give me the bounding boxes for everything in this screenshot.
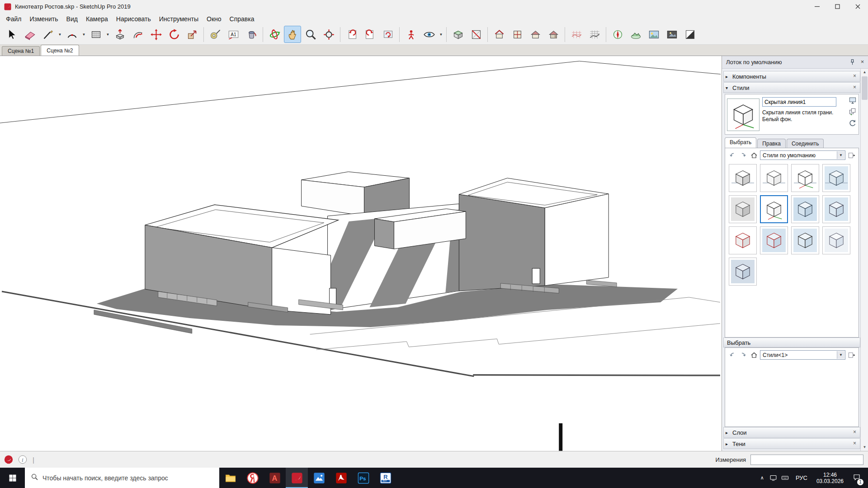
styles-forward-button[interactable]: [738, 150, 748, 160]
viewport-3d-canvas[interactable]: [0, 56, 722, 451]
section-layers-close-button[interactable]: ×: [851, 429, 858, 436]
secondary-details-button[interactable]: [847, 350, 856, 360]
remote-desktop-tray-icon[interactable]: [768, 468, 779, 488]
styles-tab-1[interactable]: Выбрать: [725, 137, 756, 148]
tool-eraser[interactable]: [21, 26, 38, 43]
model-viewport[interactable]: [0, 56, 722, 451]
tool-text[interactable]: A1: [225, 26, 242, 43]
tool-position-camera[interactable]: [402, 26, 420, 43]
taskbar-clock[interactable]: 12:46 03.03.2026: [812, 472, 848, 484]
menu-window[interactable]: Окно: [203, 14, 226, 24]
scroll-down-icon[interactable]: ▼: [861, 444, 868, 451]
tray-overflow-icon[interactable]: ∧: [757, 475, 768, 481]
style-thumbnail-6[interactable]: [760, 195, 788, 223]
style-thumbnail-7[interactable]: [791, 195, 819, 223]
tool-match-photo[interactable]: [663, 26, 680, 43]
tool-zoom[interactable]: [302, 26, 319, 43]
tool-sandbox-from-scratch[interactable]: [586, 26, 603, 43]
refresh-style-icon[interactable]: [848, 118, 857, 127]
style-thumbnail-10[interactable]: [760, 226, 788, 254]
taskbar-sketchup[interactable]: [286, 468, 308, 488]
scrollbar-thumb[interactable]: [862, 76, 868, 100]
dropdown-arrow-icon[interactable]: ▼: [837, 351, 844, 359]
style-collection-dropdown[interactable]: Стили по умолчанию ▼: [760, 150, 845, 160]
taskbar-yandex-browser[interactable]: [241, 468, 264, 488]
styles-back-button[interactable]: [727, 150, 737, 160]
dropdown-arrow-icon[interactable]: ▼: [837, 151, 844, 159]
menu-camera[interactable]: Камера: [82, 14, 112, 24]
section-layers[interactable]: ▸ Слои ×: [723, 427, 860, 438]
taskbar-acrobat[interactable]: [330, 468, 352, 488]
tool-line-dropdown-arrow[interactable]: ▼: [57, 26, 63, 43]
menu-tools[interactable]: Инструменты: [155, 14, 203, 24]
tool-move[interactable]: [147, 26, 165, 43]
display-style-icon[interactable]: [848, 96, 857, 105]
tool-toggle-terrain[interactable]: [627, 26, 644, 43]
tool-view-top[interactable]: [509, 26, 526, 43]
tool-zoom-extents[interactable]: [320, 26, 337, 43]
styles-details-button[interactable]: [847, 150, 856, 160]
measurements-input[interactable]: [750, 455, 863, 465]
maximize-button[interactable]: [827, 0, 848, 13]
scene-tab-1[interactable]: Сцена №1: [2, 46, 40, 56]
style-name-input[interactable]: [762, 97, 836, 107]
tool-photo-textures[interactable]: [645, 26, 662, 43]
style-thumbnail-13[interactable]: [729, 258, 757, 286]
style-thumbnail-8[interactable]: [822, 195, 850, 223]
taskbar-photos[interactable]: [308, 468, 330, 488]
scene-tab-2[interactable]: Сцена №2: [41, 45, 79, 56]
tool-look-around-dropdown-arrow[interactable]: ▼: [438, 26, 444, 43]
menu-view[interactable]: Вид: [62, 14, 82, 24]
style-thumbnail-9[interactable]: [729, 226, 757, 254]
menu-draw[interactable]: Нарисовать: [112, 14, 155, 24]
tool-paint-bucket[interactable]: [243, 26, 260, 43]
tool-view-right[interactable]: [545, 26, 562, 43]
scroll-up-icon[interactable]: ▲: [861, 69, 868, 76]
taskbar-search[interactable]: [25, 468, 219, 488]
tool-rotate[interactable]: [165, 26, 183, 43]
tool-arc[interactable]: [63, 26, 80, 43]
tool-next-view[interactable]: [361, 26, 378, 43]
tool-add-location[interactable]: [609, 26, 626, 43]
search-input[interactable]: [42, 474, 205, 482]
taskbar-autocad[interactable]: A: [264, 468, 286, 488]
tray-scrollbar[interactable]: ▲ ▼: [860, 69, 868, 451]
tool-orbit[interactable]: [266, 26, 283, 43]
section-components-close-button[interactable]: ×: [851, 73, 858, 80]
tool-line[interactable]: [39, 26, 57, 43]
secondary-home-button[interactable]: [749, 350, 759, 360]
geolocation-icon[interactable]: [4, 455, 14, 465]
tool-scale[interactable]: [184, 26, 201, 43]
section-styles[interactable]: ▾ Стили ×: [723, 82, 860, 93]
section-shadows-close-button[interactable]: ×: [851, 441, 858, 447]
style-thumbnail-2[interactable]: [760, 164, 788, 192]
tool-shadows-toggle[interactable]: [681, 26, 698, 43]
tool-section-display[interactable]: [467, 26, 485, 43]
tray-close-button[interactable]: ×: [859, 58, 866, 66]
tool-tape-measure[interactable]: [207, 26, 224, 43]
tool-view-front[interactable]: [527, 26, 544, 43]
style-thumbnail-4[interactable]: [822, 164, 850, 192]
notification-center-button[interactable]: 1: [848, 468, 865, 488]
section-components[interactable]: ▸ Компоненты ×: [723, 71, 860, 82]
tool-select[interactable]: [3, 26, 20, 43]
tool-push-pull[interactable]: [111, 26, 128, 43]
menu-help[interactable]: Справка: [226, 14, 259, 24]
menu-edit[interactable]: Изменить: [25, 14, 62, 24]
tool-look-around[interactable]: [420, 26, 438, 43]
in-model-styles-icon[interactable]: [848, 107, 857, 116]
secondary-back-button[interactable]: [727, 350, 737, 360]
style-thumbnail-1[interactable]: [729, 164, 757, 192]
taskbar-photoshop[interactable]: Ps: [352, 468, 374, 488]
tool-section-plane[interactable]: [449, 26, 467, 43]
secondary-style-dropdown[interactable]: Стили<1> ▼: [760, 350, 845, 360]
taskbar-revit[interactable]: RRVT: [374, 468, 396, 488]
styles-tab-2[interactable]: Правка: [757, 139, 786, 148]
pin-icon[interactable]: [849, 58, 856, 66]
minimize-button[interactable]: [807, 0, 827, 13]
keyboard-tray-icon[interactable]: [779, 468, 791, 488]
tool-shapes-dropdown-arrow[interactable]: ▼: [105, 26, 111, 43]
secondary-forward-button[interactable]: [738, 350, 748, 360]
credits-info-icon[interactable]: i: [18, 455, 28, 465]
tool-previous-view[interactable]: [343, 26, 360, 43]
